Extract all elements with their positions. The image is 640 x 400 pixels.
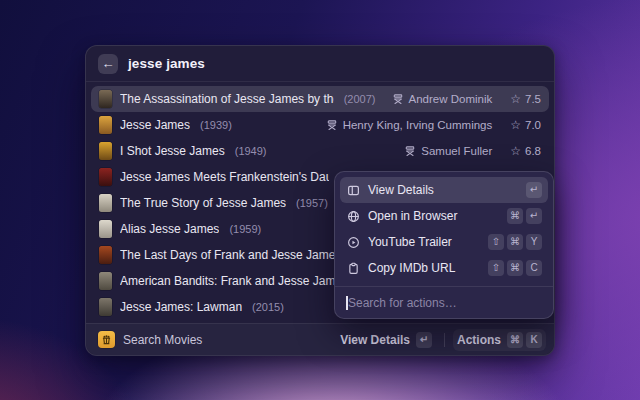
imdb-rating: ☆7.5: [510, 92, 541, 106]
movie-year: (1959): [229, 223, 261, 235]
key-cap: ↵: [526, 182, 542, 198]
movie-year: (1957): [296, 197, 328, 209]
movie-poster: [99, 142, 112, 160]
movie-title: I Shot Jesse James: [120, 144, 225, 158]
clipboard-icon: [346, 261, 360, 275]
menu-item-label: Open in Browser: [368, 209, 457, 223]
search-query[interactable]: jesse james: [128, 56, 205, 71]
actions-keys-hint: ⌘K: [507, 332, 542, 348]
actions-button[interactable]: Actions ⌘K: [453, 329, 546, 351]
app-label: Search Movies: [123, 333, 202, 347]
movie-title: The True Story of Jesse James: [120, 196, 286, 210]
imdb-rating: ☆7.0: [510, 118, 541, 132]
menu-item-open-in-browser[interactable]: Open in Browser⌘↵: [340, 203, 548, 229]
director-name: Henry King, Irving Cummings: [343, 119, 493, 131]
movie-poster: [99, 116, 112, 134]
shortcut-keys: ⌘↵: [507, 208, 542, 224]
movie-title: The Assassination of Jesse James by the …: [120, 92, 334, 106]
globe-icon: [346, 209, 360, 223]
text-caret: [346, 296, 348, 310]
back-arrow-icon: ←: [102, 56, 115, 71]
director-chair-icon: [326, 119, 338, 131]
launcher-window: ← jesse james The Assassination of Jesse…: [85, 45, 555, 356]
menu-item-label: Copy IMDb URL: [368, 261, 455, 275]
movie-poster: [99, 272, 112, 290]
movie-title: Alias Jesse James: [120, 222, 219, 236]
shortcut-keys: ↵: [526, 182, 542, 198]
menu-item-label: YouTube Trailer: [368, 235, 452, 249]
imdb-rating: ☆6.8: [510, 144, 541, 158]
key-cap: ⌘: [507, 260, 523, 276]
rating-value: 6.8: [525, 145, 541, 157]
play-circle-icon: [346, 235, 360, 249]
movie-poster: [99, 220, 112, 238]
movie-year: (2015): [252, 301, 284, 313]
rating-value: 7.0: [525, 119, 541, 131]
movie-title: Jesse James: [120, 118, 190, 132]
key-cap: C: [526, 260, 542, 276]
key-cap: ⌘: [507, 234, 523, 250]
movie-poster: [99, 246, 112, 264]
movie-result-row[interactable]: The Assassination of Jesse James by the …: [91, 86, 549, 112]
movie-title: Jesse James Meets Frankenstein's Daughte…: [120, 170, 329, 184]
director-name: Andrew Dominik: [409, 93, 493, 105]
movie-title: The Last Days of Frank and Jesse James: [120, 248, 341, 262]
movie-title: American Bandits: Frank and Jesse James: [120, 274, 348, 288]
menu-item-label: View Details: [368, 183, 434, 197]
key-cap: ⇧: [488, 234, 504, 250]
director-name: Samuel Fuller: [421, 145, 492, 157]
movie-result-row[interactable]: I Shot Jesse James(1949)Samuel Fuller☆6.…: [91, 138, 549, 164]
primary-action-label: View Details: [340, 333, 410, 347]
menu-item-copy-imdb-url[interactable]: Copy IMDb URL⇧⌘C: [340, 255, 548, 281]
key-cap: ↵: [526, 208, 542, 224]
director-chair-icon: [392, 93, 404, 105]
search-header: ← jesse james: [86, 46, 554, 82]
return-key-hint: ↵: [416, 332, 432, 348]
primary-action-button[interactable]: View Details ↵: [336, 329, 436, 351]
key-cap: ⇧: [488, 260, 504, 276]
director: Samuel Fuller: [404, 145, 492, 157]
actions-label: Actions: [457, 333, 501, 347]
movie-poster: [99, 168, 112, 186]
footer-divider: [444, 333, 445, 347]
key-cap: ⌘: [507, 332, 523, 348]
movie-title: Jesse James: Lawman: [120, 300, 242, 314]
movie-year: (1939): [200, 119, 232, 131]
movie-year: (1949): [235, 145, 267, 157]
director: Henry King, Irving Cummings: [326, 119, 493, 131]
actions-search-input[interactable]: [335, 287, 553, 318]
star-icon: ☆: [510, 144, 521, 158]
movie-poster: [99, 298, 112, 316]
movie-result-row[interactable]: Jesse James(1939)Henry King, Irving Cumm…: [91, 112, 549, 138]
popcorn-app-icon: [98, 331, 115, 348]
director: Andrew Dominik: [392, 93, 493, 105]
rating-value: 7.5: [525, 93, 541, 105]
actions-search: [335, 286, 553, 318]
movie-poster: [99, 90, 112, 108]
movie-year: (2007): [344, 93, 376, 105]
view-details-icon: [346, 183, 360, 197]
actions-menu-items: View Details↵Open in Browser⌘↵YouTube Tr…: [340, 177, 548, 281]
menu-item-view-details[interactable]: View Details↵: [340, 177, 548, 203]
movie-poster: [99, 194, 112, 212]
star-icon: ☆: [510, 92, 521, 106]
back-button[interactable]: ←: [98, 54, 118, 74]
key-cap: ⌘: [507, 208, 523, 224]
star-icon: ☆: [510, 118, 521, 132]
shortcut-keys: ⇧⌘C: [488, 260, 542, 276]
menu-item-youtube-trailer[interactable]: YouTube Trailer⇧⌘Y: [340, 229, 548, 255]
key-cap: K: [526, 332, 542, 348]
status-bar: Search Movies View Details ↵ Actions ⌘K: [86, 323, 554, 355]
key-cap: Y: [526, 234, 542, 250]
actions-menu: View Details↵Open in Browser⌘↵YouTube Tr…: [334, 171, 554, 319]
shortcut-keys: ⇧⌘Y: [488, 234, 542, 250]
director-chair-icon: [404, 145, 416, 157]
